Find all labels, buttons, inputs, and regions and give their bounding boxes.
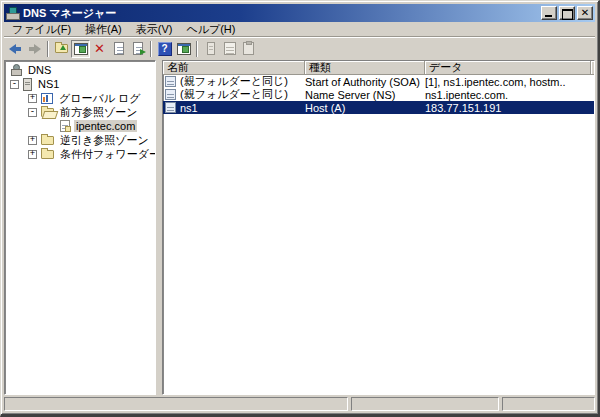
server-icon xyxy=(23,78,32,91)
tree-label: 前方参照ゾーン xyxy=(58,105,140,120)
delete-icon: ✕ xyxy=(94,42,105,55)
record-name: ns1 xyxy=(180,102,198,114)
expand-expander-icon[interactable]: + xyxy=(28,94,37,103)
record-type: Host (A) xyxy=(305,102,425,114)
main-area: DNS - NS1 + グローバル ログ - 前方参照ゾーン ipentec.c… xyxy=(4,60,595,395)
up-one-level-button[interactable] xyxy=(52,40,71,58)
close-button[interactable]: ✕ xyxy=(577,6,593,20)
minimize-button[interactable] xyxy=(541,6,557,20)
export-list-icon xyxy=(133,42,143,55)
forward-arrow-icon xyxy=(28,44,41,54)
tree-item-reverse-lookup-zones[interactable]: + 逆引き参照ゾーン xyxy=(5,133,155,147)
properties-icon xyxy=(114,42,124,55)
tree-item-forward-lookup-zones[interactable]: - 前方参照ゾーン xyxy=(5,105,155,119)
tree-label: DNS xyxy=(26,64,53,76)
status-panel-mid xyxy=(351,397,499,411)
server-tool-button[interactable] xyxy=(201,40,220,58)
record-icon xyxy=(165,102,176,113)
toolbar: ✕ ? xyxy=(4,38,595,60)
back-button[interactable] xyxy=(6,40,25,58)
properties-button[interactable] xyxy=(109,40,128,58)
show-console-tree-button[interactable] xyxy=(71,40,90,58)
status-panel-end xyxy=(502,397,595,411)
titlebar[interactable]: DNS マネージャー ✕ xyxy=(4,4,595,22)
maximize-button[interactable] xyxy=(559,6,575,20)
record-icon xyxy=(165,76,176,87)
delete-button[interactable]: ✕ xyxy=(90,40,109,58)
help-button[interactable]: ? xyxy=(155,40,174,58)
tree-label: NS1 xyxy=(36,78,61,90)
expand-expander-icon[interactable]: + xyxy=(28,136,37,145)
help-icon: ? xyxy=(158,42,172,56)
clipboard-tool-button[interactable] xyxy=(239,40,258,58)
expand-expander-icon[interactable]: + xyxy=(28,150,37,159)
column-header-filler xyxy=(591,61,595,75)
record-icon xyxy=(165,89,176,100)
server-tool-icon xyxy=(207,42,215,55)
record-row-ns[interactable]: (親フォルダーと同じ) Name Server (NS) ns1.ipentec… xyxy=(163,88,594,101)
tree-label: グローバル ログ xyxy=(57,91,143,106)
menubar: ファイル(F) 操作(A) 表示(V) ヘルプ(H) xyxy=(4,22,595,37)
collapse-expander-icon[interactable]: - xyxy=(10,80,19,89)
column-header-name[interactable]: 名前 xyxy=(163,61,305,75)
record-name: (親フォルダーと同じ) xyxy=(180,87,288,102)
open-folder-icon xyxy=(41,108,54,117)
list-body: (親フォルダーと同じ) Start of Authority (SOA) [1]… xyxy=(163,75,594,394)
column-header-type[interactable]: 種類 xyxy=(305,61,425,75)
console-tree-icon xyxy=(74,43,88,55)
menu-view[interactable]: 表示(V) xyxy=(129,21,180,38)
export-list-button[interactable] xyxy=(128,40,147,58)
menu-file[interactable]: ファイル(F) xyxy=(5,21,78,38)
status-panel-main xyxy=(4,397,348,411)
record-data: [1], ns1.ipentec.com, hostm.. xyxy=(425,76,591,88)
toolbar-separator xyxy=(47,41,49,57)
record-list-tool-icon xyxy=(224,42,236,55)
list-header: 名前 種類 データ xyxy=(163,61,594,75)
tree-label: 条件付フォワーダー xyxy=(58,147,156,162)
back-arrow-icon xyxy=(9,44,22,54)
folder-icon xyxy=(41,150,54,159)
collapse-expander-icon[interactable]: - xyxy=(28,108,37,117)
dns-manager-window: DNS マネージャー ✕ ファイル(F) 操作(A) 表示(V) ヘルプ(H) … xyxy=(0,0,600,417)
up-folder-icon xyxy=(55,44,68,53)
column-header-data[interactable]: データ xyxy=(425,61,591,75)
statusbar xyxy=(4,395,595,411)
dns-root-icon xyxy=(10,64,22,76)
tree-item-dns-root[interactable]: DNS xyxy=(5,63,155,77)
tree-label: 逆引き参照ゾーン xyxy=(58,133,151,148)
app-icon xyxy=(6,7,19,20)
folder-icon xyxy=(41,136,54,145)
menu-help[interactable]: ヘルプ(H) xyxy=(179,21,242,38)
new-window-button[interactable] xyxy=(174,40,193,58)
console-tree-pane: DNS - NS1 + グローバル ログ - 前方参照ゾーン ipentec.c… xyxy=(4,60,156,395)
record-row-ns1-host[interactable]: ns1 Host (A) 183.77.151.191 xyxy=(163,101,594,114)
tree-item-conditional-forwarders[interactable]: + 条件付フォワーダー xyxy=(5,147,155,161)
toolbar-separator xyxy=(196,41,198,57)
tree-label-selected: ipentec.com xyxy=(74,120,137,132)
record-data: 183.77.151.191 xyxy=(425,102,591,114)
menu-action[interactable]: 操作(A) xyxy=(78,21,129,38)
window-title: DNS マネージャー xyxy=(23,6,539,21)
window-icon xyxy=(177,43,191,55)
forward-button[interactable] xyxy=(25,40,44,58)
record-type: Name Server (NS) xyxy=(305,89,425,101)
record-type: Start of Authority (SOA) xyxy=(305,76,425,88)
clipboard-tool-icon xyxy=(243,42,254,55)
toolbar-separator xyxy=(150,41,152,57)
dns-zone-icon xyxy=(60,120,70,132)
tree-item-global-logs[interactable]: + グローバル ログ xyxy=(5,91,155,105)
record-list-tool-button[interactable] xyxy=(220,40,239,58)
event-log-icon xyxy=(41,93,53,104)
record-list-pane: 名前 種類 データ (親フォルダーと同じ) Start of Authority… xyxy=(162,60,595,395)
tree-item-ipentec-zone[interactable]: ipentec.com xyxy=(5,119,155,133)
record-data: ns1.ipentec.com. xyxy=(425,89,591,101)
tree-item-ns1[interactable]: - NS1 xyxy=(5,77,155,91)
